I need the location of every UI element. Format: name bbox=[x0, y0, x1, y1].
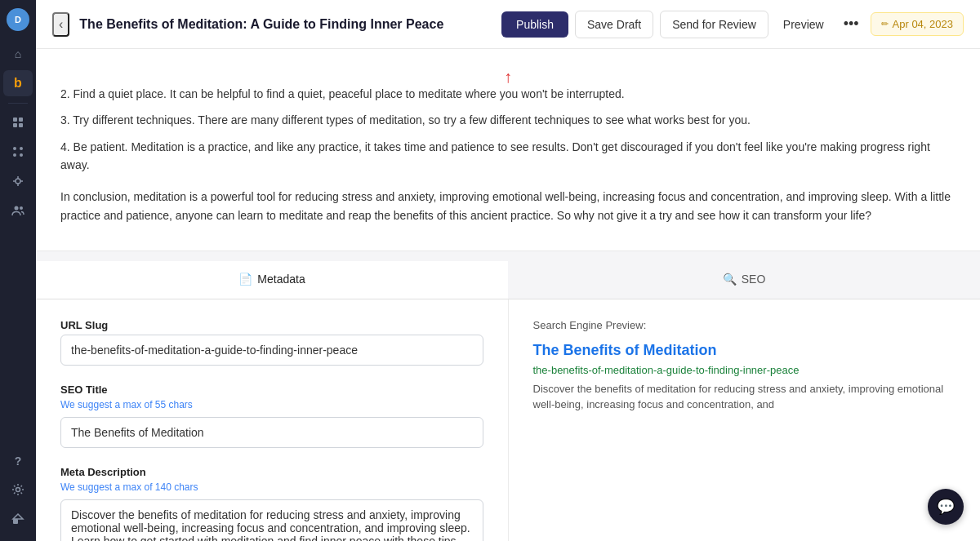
topbar-actions: Publish Save Draft Send for Review Previ… bbox=[501, 9, 964, 39]
list-item: 4. Be patient. Meditation is a practice,… bbox=[60, 138, 956, 175]
svg-point-15 bbox=[16, 487, 20, 491]
page-title: The Benefits of Meditation: A Guide to F… bbox=[79, 17, 492, 32]
tab-metadata[interactable]: 📄 Metadata bbox=[36, 261, 508, 299]
sidebar-bottom: ? bbox=[3, 448, 33, 533]
sidebar-item-brand[interactable]: b bbox=[3, 70, 33, 96]
article-list: 2. Find a quiet place. It can be helpful… bbox=[60, 85, 956, 175]
sidebar-item-shapes[interactable] bbox=[3, 507, 33, 533]
chat-icon: 💬 bbox=[937, 498, 955, 516]
svg-rect-0 bbox=[13, 118, 17, 122]
sidebar-item-help[interactable]: ? bbox=[3, 448, 33, 474]
seo-preview-desc: Discover the benefits of meditation for … bbox=[533, 381, 956, 413]
help-icon: ? bbox=[15, 455, 22, 468]
svg-point-5 bbox=[20, 147, 23, 150]
sidebar-item-users[interactable] bbox=[3, 198, 33, 224]
url-slug-group: URL Slug bbox=[60, 319, 483, 366]
users-icon bbox=[11, 204, 24, 220]
topbar: ‹ The Benefits of Meditation: A Guide to… bbox=[36, 0, 980, 49]
svg-point-14 bbox=[20, 206, 23, 210]
metadata-panel: URL Slug SEO Title We suggest a max of 5… bbox=[36, 299, 509, 541]
seo-tab-label: SEO bbox=[742, 273, 766, 286]
send-review-button[interactable]: Send for Review bbox=[660, 11, 768, 38]
sidebar-item-grid[interactable] bbox=[3, 140, 33, 166]
up-arrow-icon: ↑ bbox=[504, 69, 512, 85]
sidebar-item-connections[interactable] bbox=[3, 169, 33, 195]
more-options-button[interactable]: ••• bbox=[839, 9, 864, 39]
meta-desc-group: Meta Description We suggest a max of 140… bbox=[60, 466, 483, 541]
svg-rect-2 bbox=[13, 123, 17, 127]
main-content: ‹ The Benefits of Meditation: A Guide to… bbox=[36, 0, 980, 541]
seo-preview-label: Search Engine Preview: bbox=[533, 319, 956, 331]
svg-rect-3 bbox=[19, 123, 23, 127]
svg-point-4 bbox=[13, 147, 16, 150]
preview-button[interactable]: Preview bbox=[775, 11, 832, 38]
meta-desc-hint: We suggest a max of 140 chars bbox=[60, 481, 483, 493]
settings-icon bbox=[11, 483, 24, 499]
arrow-indicator: ↑ bbox=[60, 65, 956, 85]
seo-preview-title: The Benefits of Meditation bbox=[533, 341, 956, 360]
url-slug-input[interactable] bbox=[60, 335, 483, 366]
publish-button[interactable]: Publish bbox=[501, 11, 568, 38]
shapes-icon bbox=[11, 512, 24, 528]
svg-point-6 bbox=[13, 153, 16, 157]
seo-title-hint: We suggest a max of 55 chars bbox=[60, 399, 483, 410]
panels-row: URL Slug SEO Title We suggest a max of 5… bbox=[36, 299, 980, 541]
brand-icon: b bbox=[14, 76, 22, 91]
sidebar-divider-1 bbox=[8, 103, 28, 104]
tab-seo[interactable]: 🔍 SEO bbox=[508, 261, 980, 299]
svg-point-13 bbox=[15, 206, 19, 210]
sidebar-item-settings[interactable] bbox=[3, 477, 33, 503]
back-button[interactable]: ‹ bbox=[52, 12, 69, 37]
pencil-icon: ✏ bbox=[881, 19, 889, 29]
pages-icon bbox=[11, 116, 24, 131]
svg-point-8 bbox=[16, 179, 20, 184]
url-slug-label: URL Slug bbox=[60, 319, 483, 331]
list-item: 2. Find a quiet place. It can be helpful… bbox=[60, 85, 956, 103]
date-button[interactable]: ✏ Apr 04, 2023 bbox=[871, 12, 964, 36]
seo-title-label: SEO Title bbox=[60, 384, 483, 396]
sidebar: D ⌂ b bbox=[0, 0, 36, 541]
seo-panel: Search Engine Preview: The Benefits of M… bbox=[509, 299, 981, 541]
seo-preview-url: the-benefits-of-meditation-a-guide-to-fi… bbox=[533, 364, 956, 376]
metadata-tab-label: Metadata bbox=[257, 273, 305, 286]
seo-title-group: SEO Title We suggest a max of 55 chars bbox=[60, 384, 483, 448]
chat-button[interactable]: 💬 bbox=[928, 489, 964, 525]
seo-title-input[interactable] bbox=[60, 417, 483, 448]
connections-icon bbox=[11, 175, 24, 190]
meta-desc-label: Meta Description bbox=[60, 466, 483, 478]
sidebar-item-pages[interactable] bbox=[3, 110, 33, 136]
avatar[interactable]: D bbox=[7, 8, 29, 31]
grid-icon bbox=[11, 145, 24, 161]
date-label: Apr 04, 2023 bbox=[893, 18, 953, 30]
article-section: ↑ 2. Find a quiet place. It can be helpf… bbox=[36, 49, 980, 251]
article-conclusion: In conclusion, meditation is a powerful … bbox=[60, 188, 956, 227]
svg-point-7 bbox=[20, 153, 23, 157]
save-draft-button[interactable]: Save Draft bbox=[575, 11, 653, 38]
meta-desc-textarea[interactable]: Discover the benefits of meditation for … bbox=[60, 499, 483, 541]
list-item: 3. Try different techniques. There are m… bbox=[60, 111, 956, 129]
svg-rect-1 bbox=[19, 118, 23, 122]
home-icon: ⌂ bbox=[15, 47, 21, 60]
content-area: ↑ 2. Find a quiet place. It can be helpf… bbox=[36, 49, 980, 541]
metadata-tab-icon: 📄 bbox=[238, 273, 252, 286]
svg-marker-17 bbox=[13, 514, 23, 519]
tabs-section: 📄 Metadata 🔍 SEO bbox=[36, 261, 980, 299]
seo-tab-icon: 🔍 bbox=[723, 273, 737, 286]
svg-rect-16 bbox=[13, 519, 18, 524]
sidebar-item-home[interactable]: ⌂ bbox=[3, 41, 33, 67]
